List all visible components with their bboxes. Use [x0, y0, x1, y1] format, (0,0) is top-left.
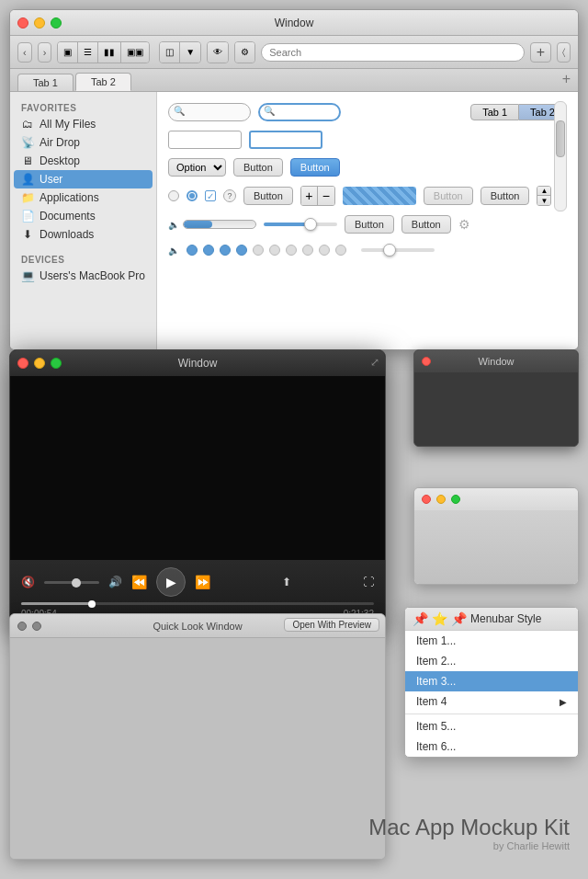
close-button[interactable]: [17, 17, 28, 29]
ql-close-btn[interactable]: [17, 622, 27, 631]
sidebar-item-downloads[interactable]: ⬇ Downloads: [10, 225, 156, 244]
forward-button[interactable]: ›: [38, 42, 52, 63]
vol-icon-2: 🔈: [168, 245, 179, 256]
tab-1[interactable]: Tab 1: [17, 74, 74, 91]
arrange-dropdown-btn[interactable]: ▼: [180, 42, 200, 63]
back-button[interactable]: ‹: [17, 42, 32, 63]
collapse-btn[interactable]: 〈: [557, 42, 571, 63]
stepper-minus[interactable]: −: [318, 187, 334, 205]
sidebar-item-user[interactable]: 👤 User: [14, 170, 153, 188]
all-files-icon: 🗂: [21, 118, 34, 131]
documents-label: Documents: [40, 210, 96, 223]
radio-unselected[interactable]: [168, 190, 179, 201]
media-progress-bar[interactable]: [21, 602, 374, 605]
fullscreen-btn[interactable]: ⛶: [363, 576, 374, 588]
dot-9[interactable]: [319, 245, 330, 256]
dot-2[interactable]: [203, 245, 214, 256]
tab-2[interactable]: Tab 2: [75, 73, 131, 91]
toolbar-search-input[interactable]: [261, 43, 524, 62]
mute-icon[interactable]: 🔇: [21, 576, 35, 588]
help-button[interactable]: ?: [223, 189, 236, 202]
submenu-arrow-icon: ▶: [560, 697, 567, 707]
action-icon[interactable]: ⚙: [458, 217, 470, 232]
sidebar-item-documents[interactable]: 📄 Documents: [10, 207, 156, 225]
share-btn[interactable]: ⬆: [282, 576, 291, 588]
minimize-button[interactable]: [34, 17, 45, 29]
dot-7[interactable]: [286, 245, 297, 256]
demo-tab-1[interactable]: Tab 1: [470, 104, 519, 120]
dot-1[interactable]: [187, 245, 198, 256]
ql-min-btn[interactable]: [32, 622, 41, 631]
dot-8[interactable]: [302, 245, 313, 256]
eye-btn[interactable]: 👁: [208, 42, 228, 63]
media-maximize-btn[interactable]: [51, 358, 62, 369]
quicklook-titlebar: Quick Look Window Open With Preview: [10, 614, 385, 638]
menu-item-3[interactable]: Item 3...: [405, 671, 578, 691]
light-max-btn[interactable]: [451, 495, 460, 504]
resize-icon[interactable]: ⤢: [370, 356, 379, 369]
menu-item-2[interactable]: Item 2...: [405, 651, 578, 671]
scrollbar-thumb[interactable]: [556, 120, 565, 157]
menu-item-6[interactable]: Item 6...: [405, 736, 578, 757]
sidebar-item-all-files[interactable]: 🗂 All My Files: [10, 115, 156, 133]
view-cover-btn[interactable]: ▣▣: [121, 42, 149, 63]
view-list-btn[interactable]: ☰: [78, 42, 98, 63]
text-field-1[interactable]: [168, 131, 242, 149]
sidebar-item-macbook[interactable]: 💻 Users's MacBook Pro: [10, 267, 156, 285]
volume-slider[interactable]: [44, 581, 99, 584]
slider-1[interactable]: [264, 223, 337, 226]
text-field-2[interactable]: [249, 131, 322, 149]
spin-up[interactable]: ▲: [537, 187, 550, 196]
button-disabled[interactable]: Button: [424, 187, 473, 205]
button-3[interactable]: Button: [481, 187, 530, 205]
media-content-area: [10, 376, 385, 560]
tab-bar: Tab 1 Tab 2 +: [10, 69, 578, 92]
spin-down[interactable]: ▼: [537, 196, 550, 205]
dark-close-btn[interactable]: [422, 357, 431, 366]
light-min-btn[interactable]: [436, 495, 446, 504]
slider2-container: [361, 243, 435, 257]
button-blue[interactable]: Button: [290, 158, 340, 177]
maximize-button[interactable]: [51, 17, 62, 29]
content-area: 🔍 🔍 Tab 1 Tab 2: [157, 92, 578, 349]
settings-btn[interactable]: ⚙: [235, 42, 254, 63]
option-select[interactable]: Option: [168, 158, 226, 177]
new-tab-btn[interactable]: +: [562, 71, 571, 87]
volume-min-row: 🔈: [168, 245, 179, 256]
dot-10[interactable]: [335, 245, 346, 256]
radio-selected[interactable]: [187, 190, 198, 201]
fast-forward-btn[interactable]: ⏩: [195, 575, 210, 589]
dot-3[interactable]: [220, 245, 231, 256]
controls-row-3: Option Button Button: [168, 158, 567, 177]
view-icon-btn[interactable]: ▣: [58, 42, 78, 63]
checkbox-checked[interactable]: ✓: [205, 190, 216, 201]
stepper-plus[interactable]: +: [301, 187, 318, 205]
dot-5[interactable]: [253, 245, 264, 256]
button-2[interactable]: Button: [243, 187, 293, 205]
slider-2[interactable]: [361, 248, 435, 252]
sidebar-item-applications[interactable]: 📁 Applications: [10, 188, 156, 207]
button-4[interactable]: Button: [345, 215, 394, 234]
open-with-preview-btn[interactable]: Open With Preview: [284, 618, 379, 632]
finder-body: FAVORITES 🗂 All My Files 📡 Air Drop 🖥 De…: [10, 92, 578, 349]
media-minimize-btn[interactable]: [34, 358, 45, 369]
media-player-window: Window ⤢ 🔇 🔊 ⏪ ▶ ⏩ ⬆ ⛶ 00:00:54 -0:21:32: [9, 349, 386, 629]
menu-item-4[interactable]: Item 4 ▶: [405, 691, 578, 712]
media-close-btn[interactable]: [17, 358, 28, 369]
play-btn[interactable]: ▶: [156, 567, 186, 597]
dot-6[interactable]: [269, 245, 280, 256]
arrange-btn[interactable]: ◫: [160, 42, 180, 63]
sidebar-item-desktop[interactable]: 🖥 Desktop: [10, 152, 156, 170]
scrollbar[interactable]: [554, 101, 567, 211]
add-tab-btn[interactable]: +: [530, 42, 551, 63]
view-column-btn[interactable]: ▮▮: [98, 42, 121, 63]
dot-4[interactable]: [236, 245, 247, 256]
menu-item-1[interactable]: Item 1...: [405, 631, 578, 651]
sidebar-item-airdrop[interactable]: 📡 Air Drop: [10, 133, 156, 152]
menu-item-5[interactable]: Item 5...: [405, 716, 578, 736]
button-5[interactable]: Button: [401, 215, 451, 234]
vol-up-icon[interactable]: 🔊: [108, 576, 122, 588]
rewind-btn[interactable]: ⏪: [131, 575, 147, 589]
light-close-btn[interactable]: [422, 495, 431, 504]
button-1[interactable]: Button: [233, 158, 283, 177]
